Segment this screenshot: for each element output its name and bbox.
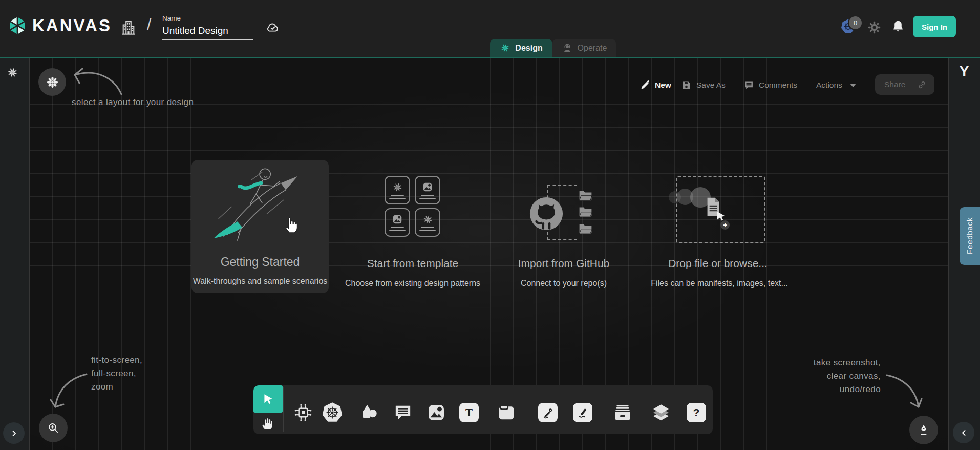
layout-hint-arrow — [69, 58, 125, 100]
tab-operate[interactable]: Operate — [552, 39, 616, 57]
layout-hint-text: select a layout for your design — [72, 97, 194, 108]
pencil-draw-tool-button[interactable] — [573, 403, 592, 422]
toolbar-divider — [351, 387, 351, 432]
template-tile[interactable] — [415, 176, 440, 204]
actions-label: Actions — [816, 80, 842, 90]
toolbar-divider — [603, 387, 603, 432]
plus-badge-icon: + — [720, 220, 730, 230]
share-link-icon — [917, 80, 927, 90]
brand-name: KANVAS — [32, 16, 112, 35]
text-tool-glyph: T — [465, 406, 473, 419]
tab-design-label: Design — [515, 44, 542, 53]
tab-operate-label: Operate — [578, 44, 607, 53]
template-tile[interactable] — [385, 176, 410, 204]
card-getting-started[interactable] — [191, 160, 329, 293]
component-chip-tool-button[interactable] — [293, 402, 313, 423]
notifications-count-badge: 0 — [848, 15, 863, 30]
pan-hand-tool-button[interactable] — [260, 416, 275, 431]
card-template-subtitle: Choose from existing design patterns — [345, 279, 480, 288]
comments-button[interactable]: Comments — [743, 77, 797, 93]
canvas-swirl-icon[interactable] — [7, 67, 18, 78]
toolbar-divider — [283, 387, 284, 432]
card-getting-started-subtitle: Walk-throughs and sample scenarios — [193, 277, 328, 286]
card-template-title[interactable]: Start from template — [367, 257, 459, 270]
new-label: New — [655, 80, 671, 90]
app-header: KANVAS / Name Design Operate 0 Sign In — [0, 0, 980, 57]
archive-drawer-tool-button[interactable] — [612, 402, 633, 423]
comment-tool-button[interactable] — [393, 402, 413, 423]
feedback-label: Feedback — [965, 217, 974, 254]
template-tile[interactable] — [385, 208, 410, 237]
design-swirl-icon — [500, 43, 510, 53]
save-as-button[interactable]: Save As — [681, 77, 726, 93]
expand-right-panel-button[interactable] — [953, 422, 974, 443]
operator-headset-icon — [562, 43, 573, 54]
y-panel-icon[interactable]: Y — [948, 63, 980, 79]
github-octocat-icon — [528, 196, 564, 232]
note-tool-button[interactable] — [496, 402, 517, 423]
expand-left-panel-button[interactable] — [3, 422, 25, 444]
design-name-label: Name — [162, 14, 253, 22]
rocket-doodle-illustration — [206, 163, 314, 248]
card-getting-started-title[interactable]: Getting Started — [221, 255, 300, 269]
help-button[interactable]: ? — [687, 403, 706, 422]
card-drop-subtitle: Files can be manifests, images, text... — [651, 279, 788, 288]
repo-folder-icon — [578, 205, 593, 218]
pen-path-tool-button[interactable] — [538, 403, 558, 422]
design-canvas[interactable]: Y New Save As Comments Actions Share sel… — [0, 57, 980, 450]
card-drop-title[interactable]: Drop file or browse... — [668, 257, 768, 270]
save-as-label: Save As — [696, 80, 726, 90]
text-tool-button[interactable]: T — [459, 403, 479, 422]
zoom-in-icon — [47, 421, 60, 435]
layout-flower-icon — [46, 75, 59, 89]
hand-cursor-icon — [285, 215, 299, 234]
kubernetes-tool-button[interactable] — [321, 401, 344, 424]
design-name-input[interactable] — [162, 24, 253, 40]
bottom-left-hint-text: fit-to-screen, full-screen, zoom — [91, 354, 142, 394]
shapes-tool-button[interactable] — [359, 402, 379, 423]
comments-bubble-icon — [743, 80, 754, 91]
organization-building-icon[interactable] — [119, 18, 138, 37]
pen-hint-arrow — [882, 368, 927, 413]
settings-gear-icon[interactable] — [867, 21, 881, 34]
design-name-field: Name — [162, 14, 253, 40]
bottom-right-hint-text: take screenshot, clear canvas, undo/redo — [814, 356, 881, 396]
chevron-down-icon — [850, 84, 856, 87]
notifications-bell-icon[interactable] — [891, 19, 905, 33]
template-image-icon — [422, 181, 433, 193]
kanvas-logo-icon — [7, 15, 28, 36]
left-rail — [0, 58, 30, 450]
sign-in-button[interactable]: Sign In — [913, 16, 956, 37]
select-tool-button[interactable] — [253, 385, 283, 413]
cloud-sync-icon — [265, 19, 281, 35]
layout-picker-button[interactable] — [38, 68, 66, 96]
feedback-tab[interactable]: Feedback — [960, 207, 980, 265]
template-image-icon — [392, 214, 403, 225]
cursor-arrow-icon — [262, 393, 275, 406]
zoom-button[interactable] — [39, 414, 68, 442]
card-github-subtitle: Connect to your repo(s) — [521, 279, 607, 288]
comments-label: Comments — [759, 80, 797, 90]
pen-tools-button[interactable] — [909, 416, 938, 444]
image-tool-button[interactable] — [426, 402, 446, 423]
pencil-scribble-icon — [575, 405, 590, 420]
chevron-right-icon — [10, 429, 18, 438]
toolbar-divider — [528, 387, 528, 432]
breadcrumb-separator: / — [147, 15, 152, 34]
actions-dropdown[interactable]: Actions — [816, 77, 856, 93]
template-swirl-icon — [422, 214, 433, 225]
pen-path-icon — [540, 405, 556, 420]
pen-nib-icon — [917, 423, 930, 437]
brand[interactable]: KANVAS — [7, 15, 112, 36]
new-button[interactable]: New — [640, 77, 671, 93]
tools-toolbar: T ? — [253, 385, 713, 434]
help-glyph: ? — [693, 406, 700, 419]
template-tile[interactable] — [415, 208, 440, 237]
layers-tool-button[interactable] — [651, 402, 671, 423]
card-github-title[interactable]: Import from GitHub — [518, 257, 610, 270]
save-floppy-icon — [681, 80, 692, 91]
share-label: Share — [884, 80, 905, 89]
share-button[interactable]: Share — [875, 74, 934, 95]
tab-design[interactable]: Design — [490, 39, 552, 57]
chevron-left-icon — [960, 428, 968, 437]
